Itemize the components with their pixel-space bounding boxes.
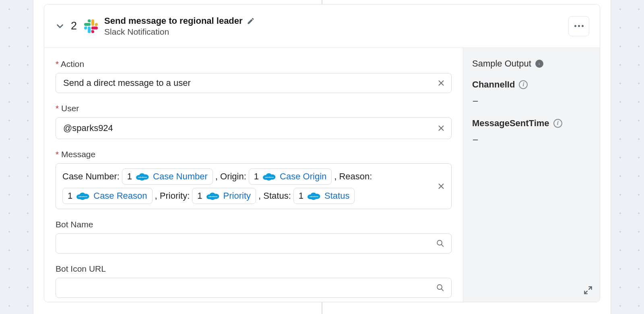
config-form: Action Send a direct message to a user U… [44, 48, 463, 302]
flow-column: 2 Send message to regional leader Slack … [33, 0, 611, 314]
clear-icon[interactable] [437, 79, 446, 87]
bot-name-input[interactable] [56, 233, 452, 254]
field-message: Message Case Number:1 salesforce Case Nu… [56, 150, 452, 209]
action-value: Send a direct message to a user [63, 78, 191, 88]
step-header: 2 Send message to regional leader Slack … [44, 4, 600, 48]
clear-icon[interactable] [437, 182, 446, 191]
output-field-name: MessageSentTime [472, 118, 549, 129]
message-text: , Priority: [155, 191, 190, 201]
salesforce-icon: salesforce [206, 191, 220, 200]
svg-text:salesforce: salesforce [310, 195, 318, 198]
merge-field-name: Case Reason [93, 191, 147, 201]
svg-text:salesforce: salesforce [208, 195, 217, 198]
sample-output-panel: Sample Output ChannelId i – MessageSentT… [463, 48, 600, 302]
step-number: 2 [71, 20, 77, 32]
message-text: Case Number: [62, 171, 120, 182]
connector-top [322, 0, 322, 4]
merge-field-pill[interactable]: 1 salesforce Status [293, 188, 355, 204]
merge-field-step: 1 [254, 171, 259, 182]
action-select[interactable]: Send a direct message to a user [56, 73, 452, 93]
merge-field-step: 1 [299, 191, 303, 201]
merge-field-step: 1 [127, 171, 132, 182]
svg-text:salesforce: salesforce [78, 195, 87, 198]
message-text: , Reason: [334, 171, 372, 182]
message-text: , Origin: [215, 171, 246, 182]
merge-field-step: 1 [197, 191, 202, 201]
salesforce-icon: salesforce [262, 172, 277, 181]
more-actions-button[interactable] [568, 16, 589, 36]
info-icon[interactable]: i [519, 80, 528, 89]
merge-field-name: Case Number [153, 171, 208, 182]
sample-output-title: Sample Output [472, 58, 531, 69]
info-icon[interactable]: i [553, 119, 562, 128]
field-bot-name: Bot Name [56, 220, 452, 254]
salesforce-icon: salesforce [135, 172, 150, 181]
merge-field-name: Status [324, 191, 349, 201]
step-subtitle: Slack Notification [104, 27, 255, 37]
user-input[interactable]: @sparks924 [56, 117, 452, 139]
output-field-value: – [473, 134, 591, 145]
edit-icon[interactable] [247, 17, 255, 25]
field-action: Action Send a direct message to a user [56, 59, 452, 93]
merge-field-name: Case Origin [280, 171, 326, 182]
search-icon [436, 239, 445, 248]
merge-field-step: 1 [68, 191, 72, 201]
slack-icon [84, 19, 98, 33]
label-bot-icon-url: Bot Icon URL [56, 264, 452, 274]
step-card: 2 Send message to regional leader Slack … [44, 4, 600, 302]
label-bot-name: Bot Name [56, 220, 452, 229]
message-text: , Status: [258, 191, 291, 201]
field-user: User @sparks924 [56, 104, 452, 139]
bot-icon-url-input[interactable] [56, 278, 452, 298]
clear-icon[interactable] [437, 124, 446, 133]
merge-field-pill[interactable]: 1 salesforce Case Number [122, 168, 213, 185]
expand-icon[interactable] [583, 285, 593, 295]
output-field-value: – [473, 96, 591, 106]
salesforce-icon: salesforce [307, 191, 321, 200]
label-action: Action [56, 59, 452, 69]
search-icon [436, 283, 445, 292]
salesforce-icon: salesforce [76, 191, 90, 200]
connector-bottom [322, 302, 322, 314]
merge-field-name: Priority [223, 191, 251, 201]
message-builder[interactable]: Case Number:1 salesforce Case Number, Or… [56, 163, 452, 209]
step-titles: Send message to regional leader Slack No… [104, 16, 255, 37]
svg-text:salesforce: salesforce [265, 176, 274, 178]
info-icon[interactable] [535, 60, 543, 68]
chevron-down-icon[interactable] [55, 21, 65, 31]
step-title: Send message to regional leader [104, 16, 243, 26]
label-user: User [56, 104, 452, 113]
label-message: Message [56, 150, 452, 159]
merge-field-pill[interactable]: 1 salesforce Priority [192, 188, 256, 204]
merge-field-pill[interactable]: 1 salesforce Case Origin [249, 168, 332, 185]
output-field-name: ChannelId [472, 79, 515, 90]
user-value: @sparks924 [63, 123, 113, 133]
merge-field-pill[interactable]: 1 salesforce Case Reason [62, 188, 153, 204]
field-bot-icon-url: Bot Icon URL [56, 264, 452, 298]
svg-text:salesforce: salesforce [138, 176, 147, 178]
